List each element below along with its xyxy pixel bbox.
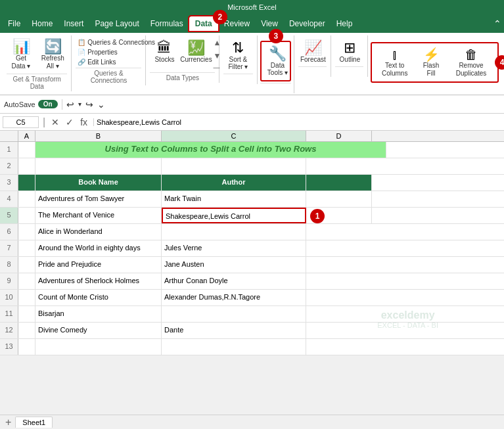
cell-b11[interactable]: Bisarjan — [35, 306, 162, 322]
rownum-2: 2 — [0, 158, 18, 174]
edit-links-button[interactable]: 🔗 Edit Links — [76, 58, 118, 66]
group-sort-filter: ⇅ Sort &Filter ▾ — [219, 35, 258, 84]
cell-a3[interactable] — [18, 175, 35, 191]
queries-connections-button[interactable]: 📋 Queries & Connections — [76, 38, 157, 47]
forecast-button[interactable]: 📈 Forecast — [298, 38, 327, 65]
cell-c7[interactable]: Jules Verne — [162, 240, 306, 256]
row-13: 13 — [0, 339, 504, 355]
cell-a7[interactable] — [18, 240, 35, 256]
outline-button[interactable]: ⊞ Outline — [335, 38, 364, 65]
menu-help[interactable]: Help — [331, 16, 358, 31]
cell-c13[interactable] — [162, 339, 306, 355]
cell-c3[interactable]: Author — [162, 175, 306, 191]
cell-a2[interactable] — [18, 158, 35, 174]
row-6: 6 Alice in Wonderland — [0, 224, 504, 240]
row-4: 4 Adventures of Tom Sawyer Mark Twain — [0, 191, 504, 208]
cell-c9[interactable]: Arthur Conan Doyle — [162, 273, 306, 289]
properties-button[interactable]: 📄 Properties — [76, 48, 119, 56]
data-tools-button[interactable]: 🔧 DataTools ▾ — [263, 44, 292, 78]
formula-bar-sep: | — [41, 116, 47, 128]
cell-b8[interactable]: Pride and Prejudice — [35, 257, 162, 273]
quick-access-toolbar: AutoSave On ↩ ▾ ↪ ⌄ — [0, 95, 504, 114]
autosave-group: AutoSave On — [4, 100, 58, 108]
flash-fill-button[interactable]: ⚡ Flash Fill — [418, 45, 444, 79]
menu-insert[interactable]: Insert — [58, 16, 89, 31]
cell-a5[interactable] — [18, 208, 35, 223]
insert-function[interactable]: fx — [78, 117, 89, 127]
cell-reference-box[interactable]: C5 — [3, 116, 39, 128]
cell-d4[interactable] — [306, 191, 372, 207]
col-header-d[interactable]: D — [306, 131, 372, 141]
menu-view[interactable]: View — [256, 16, 283, 31]
remove-duplicates-button[interactable]: 🗑 Remove Duplicates — [447, 45, 495, 79]
menu-home[interactable]: Home — [26, 16, 58, 31]
cell-a4[interactable] — [18, 191, 35, 207]
cell-a9[interactable] — [18, 273, 35, 289]
refresh-all-button[interactable]: 🔄 Refresh All ▾ — [38, 37, 67, 72]
add-sheet-button[interactable]: + — [3, 417, 14, 428]
menu-file[interactable]: File — [3, 16, 26, 31]
formula-bar: C5 | ✕ ✓ fx Shakespeare,Lewis Carrol — [0, 114, 504, 131]
group-get-transform: 📊 GetData ▾ 🔄 Refresh All ▾ Get & Transf… — [3, 35, 72, 91]
col-header-b[interactable]: B — [35, 131, 162, 141]
cell-c11[interactable] — [162, 306, 306, 322]
text-to-columns-button[interactable]: ⫿ Text to Columns — [374, 45, 415, 79]
cell-a10[interactable] — [18, 290, 35, 305]
col-headers: A B C D — [0, 131, 504, 142]
sheet-tab-1[interactable]: Sheet1 — [15, 417, 53, 428]
confirm-formula[interactable]: ✓ — [64, 117, 76, 127]
cell-b1[interactable]: Using Text to Columns to Split a Cell in… — [35, 142, 386, 158]
sort-filter-button[interactable]: ⇅ Sort &Filter ▾ — [223, 38, 252, 72]
cell-a12[interactable] — [18, 323, 35, 338]
row-8: 8 Pride and Prejudice Jane Austen — [0, 257, 504, 273]
rownum-5: 5 — [0, 208, 18, 223]
cell-a6[interactable] — [18, 224, 35, 240]
cancel-formula[interactable]: ✕ — [49, 117, 61, 127]
row-2: 2 — [0, 158, 504, 175]
currencies-button[interactable]: 💹 Currencies — [181, 38, 210, 65]
cell-b10[interactable]: Count of Monte Cristo — [35, 290, 162, 305]
cell-b2[interactable] — [35, 158, 162, 174]
group-outline: ⊞ Outline — [331, 35, 368, 77]
formula-input[interactable]: Shakespeare,Lewis Carrol — [93, 118, 501, 126]
menu-page-layout[interactable]: Page Layout — [89, 16, 144, 31]
undo-arrow[interactable]: ▾ — [78, 101, 81, 108]
cell-a8[interactable] — [18, 257, 35, 273]
cell-c5[interactable]: 1 Shakespeare,Lewis Carrol — [162, 208, 306, 223]
cell-b5[interactable]: The Merchant of Venice — [35, 208, 162, 223]
menu-formulas[interactable]: Formulas — [145, 16, 189, 31]
stocks-button[interactable]: 🏛 Stocks — [150, 38, 179, 65]
cell-c12[interactable]: Dante — [162, 323, 306, 338]
cell-a11[interactable] — [18, 306, 35, 322]
cell-b9[interactable]: Adventures of Sherlock Holmes — [35, 273, 162, 289]
cell-a13[interactable] — [18, 339, 35, 355]
col-header-a[interactable]: A — [18, 131, 35, 141]
cell-b3[interactable]: Book Name — [35, 175, 162, 191]
rownum-4: 4 — [0, 191, 18, 207]
get-data-button[interactable]: 📊 GetData ▾ — [7, 37, 35, 72]
cell-b7[interactable]: Around the World in eighty days — [35, 240, 162, 256]
undo-button[interactable]: ↩ — [66, 99, 74, 110]
cell-b13[interactable] — [35, 339, 162, 355]
redo-button[interactable]: ↪ — [85, 99, 93, 110]
group-data-tools: 3 🔧 DataTools ▾ — [258, 35, 294, 93]
cell-c6[interactable] — [162, 224, 306, 240]
cell-c8[interactable]: Jane Austen — [162, 257, 306, 273]
autosave-toggle[interactable]: On — [38, 100, 58, 108]
cell-c2[interactable] — [162, 158, 306, 174]
ribbon-collapse[interactable]: ⌃ — [493, 18, 501, 29]
cell-b4[interactable]: Adventures of Tom Sawyer — [35, 191, 162, 207]
cell-c10[interactable]: Alexander Dumas,R.N.Tagore — [162, 290, 306, 305]
callout-3: 3 — [269, 29, 283, 43]
menu-data[interactable]: Data 2 — [189, 16, 218, 31]
col-header-c[interactable]: C — [162, 131, 306, 141]
cell-b12[interactable]: Divine Comedy — [35, 323, 162, 338]
cell-b6[interactable]: Alice in Wonderland — [35, 224, 162, 240]
app-container: Microsoft Excel File Home Insert Page La… — [0, 0, 504, 429]
menu-developer[interactable]: Developer — [284, 16, 331, 31]
cell-d3[interactable] — [306, 175, 372, 191]
cell-a1[interactable] — [18, 142, 35, 158]
customize-button[interactable]: ⌄ — [97, 99, 105, 110]
cell-c4[interactable]: Mark Twain — [162, 191, 306, 207]
callout-1: 1 — [310, 209, 325, 223]
